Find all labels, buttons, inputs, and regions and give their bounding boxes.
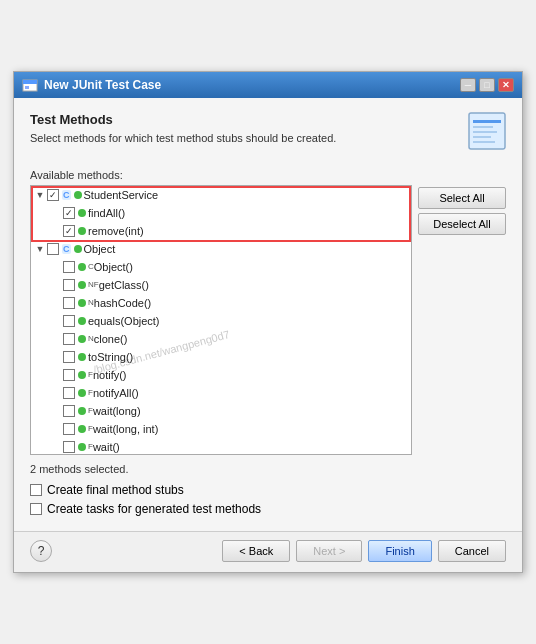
tree-container[interactable]: ▼ C StudentService findAll() [30,185,412,455]
label-create-tasks: Create tasks for generated test methods [47,502,261,516]
label-notify: notify() [93,369,127,381]
checkbox-hashcode[interactable] [63,297,75,309]
dot-waitlongint [78,425,86,433]
back-button[interactable]: < Back [222,540,290,562]
tree-row[interactable]: F wait() [31,438,411,455]
maximize-button[interactable]: □ [479,78,495,92]
side-buttons: Select All Deselect All [418,185,506,455]
minimize-button[interactable]: ─ [460,78,476,92]
tree-row[interactable]: N clone() [31,330,411,348]
window: New JUnit Test Case ─ □ ✕ Test Methods S… [13,71,523,572]
svg-rect-1 [23,80,37,84]
tree-row[interactable]: F notifyAll() [31,384,411,402]
label-remove: remove(int) [88,225,144,237]
main-content: Test Methods Select methods for which te… [14,98,522,530]
checkbox-remove[interactable] [63,225,75,237]
option-create-tasks: Create tasks for generated test methods [30,502,506,516]
help-button[interactable]: ? [30,540,52,562]
checkbox-student-service[interactable] [47,189,59,201]
icon-object-c: C [62,244,71,254]
tree-row[interactable]: N hashCode() [31,294,411,312]
label-equals: equals(Object) [88,315,160,327]
dot-notifyall [78,389,86,397]
tree-row[interactable]: toString() [31,348,411,366]
label-waitlongint: wait(long, int) [93,423,158,435]
dot-notify [78,371,86,379]
dot-equals [78,317,86,325]
svg-rect-5 [473,126,493,128]
footer-left: ? [30,540,52,562]
tree-row[interactable]: ▼ C StudentService [31,186,411,204]
help-icon: ? [38,544,45,558]
expand-object[interactable]: ▼ [33,242,47,256]
checkbox-findall[interactable] [63,207,75,219]
label-tostring: toString() [88,351,133,363]
section-description: Select methods for which test method stu… [30,131,336,146]
tree-row[interactable]: F wait(long, int) [31,420,411,438]
dot-object [74,245,82,253]
title-bar-controls: ─ □ ✕ [460,78,514,92]
label-create-final: Create final method stubs [47,483,184,497]
checkbox-waitlongint[interactable] [63,423,75,435]
footer-buttons: < Back Next > Finish Cancel [222,540,506,562]
title-bar: New JUnit Test Case ─ □ ✕ [14,72,522,98]
tree-row[interactable]: ▼ C Object [31,240,411,258]
checkbox-waitlong[interactable] [63,405,75,417]
dot-waitlong [78,407,86,415]
checkbox-tostring[interactable] [63,351,75,363]
checkbox-equals[interactable] [63,315,75,327]
wizard-icon [468,112,506,150]
dot-wait [78,443,86,451]
label-wait: wait() [93,441,120,453]
tree-row[interactable]: findAll() [31,204,411,222]
svg-rect-4 [473,120,501,123]
icon-student-service-c: C [62,190,71,200]
checkbox-notifyall[interactable] [63,387,75,399]
tree-row[interactable]: NF getClass() [31,276,411,294]
tree-row[interactable]: F notify() [31,366,411,384]
window-icon [22,77,38,93]
cancel-button[interactable]: Cancel [438,540,506,562]
checkbox-object[interactable] [47,243,59,255]
dot-tostring [78,353,86,361]
checkbox-getclass[interactable] [63,279,75,291]
svg-rect-7 [473,136,491,138]
footer: ? < Back Next > Finish Cancel [14,531,522,572]
label-student-service: StudentService [84,189,159,201]
finish-button[interactable]: Finish [368,540,431,562]
tree-row[interactable]: C Object() [31,258,411,276]
dot-findall [78,209,86,217]
svg-rect-8 [473,141,495,143]
next-button[interactable]: Next > [296,540,362,562]
label-clone: clone() [94,333,128,345]
tree-row[interactable]: remove(int) [31,222,411,240]
option-create-final: Create final method stubs [30,483,506,497]
close-button[interactable]: ✕ [498,78,514,92]
checkbox-create-tasks[interactable] [30,503,42,515]
window-title: New JUnit Test Case [44,78,161,92]
dot-objectc [78,263,86,271]
deselect-all-button[interactable]: Deselect All [418,213,506,235]
label-notifyall: notifyAll() [93,387,139,399]
label-findall: findAll() [88,207,125,219]
title-bar-left: New JUnit Test Case [22,77,161,93]
label-getclass: getClass() [99,279,149,291]
svg-rect-2 [25,86,29,89]
checkbox-create-final[interactable] [30,484,42,496]
status-text: 2 methods selected. [30,463,506,475]
expand-student-service[interactable]: ▼ [33,188,47,202]
dot-getclass [78,281,86,289]
svg-rect-6 [473,131,497,133]
checkbox-notify[interactable] [63,369,75,381]
label-waitlong: wait(long) [93,405,141,417]
label-hashcode: hashCode() [94,297,151,309]
label-objectc: Object() [94,261,133,273]
select-all-button[interactable]: Select All [418,187,506,209]
checkbox-objectc[interactable] [63,261,75,273]
checkbox-clone[interactable] [63,333,75,345]
tree-row[interactable]: equals(Object) [31,312,411,330]
checkbox-wait[interactable] [63,441,75,453]
section-title: Test Methods [30,112,336,127]
methods-area: ▼ C StudentService findAll() [30,185,506,455]
tree-row[interactable]: F wait(long) [31,402,411,420]
